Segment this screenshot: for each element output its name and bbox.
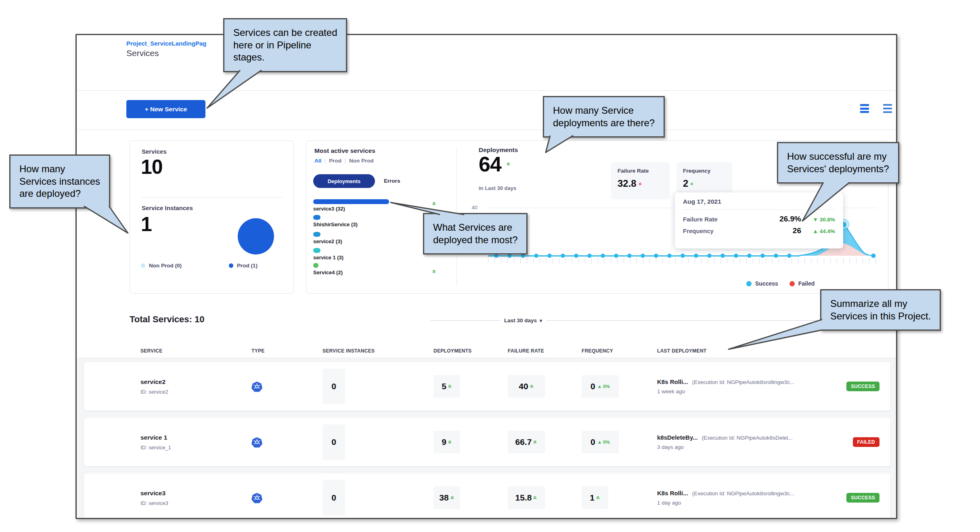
- bar-shishirservice: [313, 215, 320, 220]
- callout-summarize: Summarize all my Services in this Projec…: [820, 289, 941, 331]
- table-row[interactable]: service3 ID: service3 0 38 15.8 1 K8s Ro…: [84, 474, 890, 519]
- frequency-cell: 0▲ 0%: [582, 375, 619, 398]
- tooltip-failure-value: 26.9%: [748, 215, 801, 223]
- callout-deployment-count: How many Service deployments are there?: [543, 96, 665, 138]
- trend-up-icon: [430, 269, 438, 273]
- instances-pie-chart: [238, 218, 274, 255]
- failure-rate-cell: 15.8: [508, 486, 545, 509]
- period-selector-value[interactable]: Last 30 days: [504, 317, 542, 323]
- service-name: service2: [140, 378, 251, 386]
- tooltip-failure-label: Failure Rate: [683, 216, 748, 223]
- bar-service1: [313, 248, 320, 253]
- col-failure-rate: FAILURE RATE: [508, 348, 582, 354]
- breadcrumb[interactable]: Project_ServiceLandingPag: [126, 40, 206, 47]
- callout-create-services: Services can be created here or in Pipel…: [223, 18, 347, 72]
- bar-label: ShishirService (3): [313, 221, 358, 227]
- legend-success: Success: [746, 280, 778, 287]
- frequency-label: Frequency: [683, 168, 726, 174]
- filter-nonprod[interactable]: Non Prod: [349, 158, 374, 164]
- col-deployments: DEPLOYMENTS: [433, 348, 508, 354]
- deployments-value: 38: [439, 493, 448, 503]
- trend-up-icon: [532, 496, 539, 500]
- env-filters: All Prod Non Prod: [314, 158, 374, 164]
- bar-label: service2 (3): [313, 238, 342, 244]
- pipeline-name: K8s Rolli...: [657, 378, 688, 385]
- service-name: service 1: [140, 434, 251, 441]
- service-cell: service 1 ID: service_1: [140, 434, 251, 451]
- deployments-total-value: 64: [479, 152, 501, 176]
- col-type: TYPE: [251, 348, 322, 354]
- callout-tail: [795, 179, 856, 223]
- nonprod-label: Non Prod (0): [149, 263, 182, 269]
- service-id: ID: service2: [140, 389, 251, 395]
- type-cell: [251, 492, 322, 503]
- trend-up-icon: [449, 496, 456, 500]
- deployments-cell: 38: [433, 486, 460, 509]
- execution-id: (Execution Id: NGPipeAutok8srollingw3c..…: [692, 379, 795, 385]
- callout-most-deployed: What Services are deployed the most?: [423, 213, 528, 255]
- list-view-icon[interactable]: [883, 104, 892, 113]
- service-instances-value: 1: [141, 213, 152, 236]
- trend-up-icon: [505, 162, 512, 165]
- toggle-deployments[interactable]: Deployments: [313, 174, 375, 188]
- filter-separator: [325, 158, 325, 164]
- frequency-value: 0: [591, 437, 595, 447]
- legend-failed: Failed: [789, 280, 815, 287]
- frequency-cell: 1: [582, 486, 608, 509]
- filter-all[interactable]: All: [314, 158, 321, 164]
- deployments-cell: 9: [433, 431, 460, 453]
- summary-divider: [141, 197, 283, 198]
- frequency-value: 2: [683, 178, 726, 189]
- table-row[interactable]: service 1 ID: service_1 0 9 66.7 0▲ 0% k…: [84, 418, 890, 466]
- card-view-icon[interactable]: [860, 104, 869, 113]
- bar-label: service 1 (3): [313, 255, 343, 261]
- total-services-label: Total Services: 10: [130, 314, 204, 325]
- period-line-left: [431, 320, 500, 321]
- deployments-value: 9: [442, 437, 446, 447]
- execution-id: (Execution Id: NGPipeAutok8srollingw3c..…: [692, 490, 795, 497]
- frequency-value: 1: [590, 493, 595, 503]
- services-count-value: 10: [141, 155, 163, 179]
- tooltip-frequency-row: Frequency 26 ▲ 44.4%: [683, 226, 835, 235]
- kubernetes-icon: [251, 492, 262, 503]
- trend-up-icon: [528, 385, 536, 388]
- failure-rate-card: Failure Rate 32.8: [611, 162, 670, 199]
- failed-dot-icon: [789, 281, 795, 286]
- failure-rate-value: 66.7: [515, 437, 532, 447]
- legend-prod: Prod (1): [229, 263, 258, 269]
- col-service-instances: SERVICE INSTANCES: [322, 348, 433, 354]
- pipeline-name: K8s Rolli...: [657, 490, 688, 497]
- services-count-label: Services: [142, 148, 167, 155]
- service-cell: service3 ID: service3: [140, 490, 251, 506]
- service-id: ID: service_1: [140, 444, 251, 451]
- failure-rate-value: 40: [519, 382, 528, 391]
- success-label: Success: [755, 280, 778, 287]
- callout-tail: [725, 315, 825, 352]
- filter-separator: [345, 158, 346, 164]
- filter-prod[interactable]: Prod: [329, 158, 341, 164]
- service-id: ID: service3: [140, 500, 251, 506]
- frequency-number: 2: [683, 178, 688, 189]
- failure-rate-value: 15.8: [515, 493, 532, 503]
- service-name: service3: [140, 490, 251, 497]
- failure-rate-label: Failure Rate: [618, 168, 663, 174]
- status-badge: SUCCESS: [846, 493, 879, 503]
- tooltip-frequency-label: Frequency: [683, 227, 748, 234]
- kubernetes-icon: [251, 437, 262, 448]
- frequency-value: 0: [591, 382, 595, 391]
- service-instances-label: Service Instances: [142, 204, 193, 211]
- deployments-total: 64: [479, 152, 510, 176]
- bar-service2: [313, 232, 320, 237]
- table-row[interactable]: service2 ID: service2 0 5 40 0▲ 0% K8s R…: [84, 362, 890, 411]
- toggle-errors[interactable]: Errors: [384, 178, 400, 184]
- instances-value: 0: [331, 493, 336, 503]
- most-active-title: Most active services: [314, 147, 375, 154]
- instances-cell: 0: [322, 369, 345, 404]
- instances-cell: 0: [322, 424, 345, 460]
- legend-nonprod: Non Prod (0): [141, 263, 182, 269]
- col-frequency: FREQUENCY: [582, 348, 657, 354]
- failure-rate-cell: 66.7: [508, 431, 545, 453]
- bar-service3: [313, 199, 389, 204]
- callout-success: How successful are my Services' deployme…: [777, 142, 899, 184]
- success-dot-icon: [746, 281, 752, 286]
